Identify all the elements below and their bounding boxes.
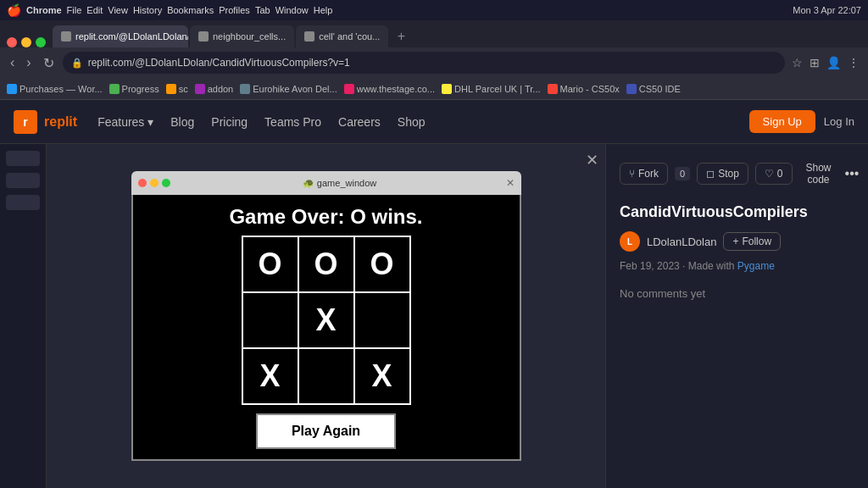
like-button[interactable]: ♡ 0 bbox=[755, 163, 793, 185]
nav-pricing[interactable]: Pricing bbox=[211, 115, 248, 129]
panel-close-button[interactable]: ✕ bbox=[586, 151, 598, 169]
profiles-menu[interactable]: Profiles bbox=[219, 5, 250, 15]
follow-label: Follow bbox=[742, 236, 771, 247]
nav-features[interactable]: Features ▾ bbox=[97, 115, 153, 129]
cell-0-0: O bbox=[243, 237, 298, 291]
bookmark-eurohike[interactable]: Eurohike Avon Del... bbox=[240, 84, 337, 94]
project-date: Feb 19, 2023 bbox=[620, 260, 680, 272]
bookmark-cs50ide[interactable]: CS50 IDE bbox=[626, 84, 681, 94]
win-close-icon[interactable] bbox=[138, 179, 147, 187]
bookmark-addon[interactable]: addon bbox=[195, 84, 234, 94]
page-content: r replit Features ▾ Blog Pricing Teams P… bbox=[0, 100, 868, 488]
bookmarks-bar: Purchases — Wor... Progress sc addon Eur… bbox=[0, 78, 868, 100]
bookmark-dhl[interactable]: DHL Parcel UK | Tr... bbox=[442, 84, 540, 94]
star-bookmark-button[interactable]: ☆ bbox=[790, 54, 804, 71]
nav-teams-pro[interactable]: Teams Pro bbox=[264, 115, 321, 129]
meta-row: Feb 19, 2023 · Made with Pygame bbox=[620, 260, 854, 272]
history-menu[interactable]: History bbox=[133, 5, 162, 15]
sidebar-pill-1 bbox=[6, 151, 40, 166]
bookmark-progress[interactable]: Progress bbox=[109, 84, 159, 94]
tab-3[interactable]: cell' and 'cou... bbox=[296, 25, 388, 47]
menu-button[interactable]: ⋮ bbox=[846, 54, 861, 71]
tab-2-label: neighbour_cells... bbox=[213, 31, 286, 42]
file-menu[interactable]: File bbox=[67, 5, 82, 15]
stop-button[interactable]: ◻ Stop bbox=[697, 163, 748, 185]
new-tab-button[interactable]: + bbox=[390, 25, 412, 47]
sidebar-pill-2 bbox=[6, 173, 40, 188]
cell-2-1 bbox=[299, 349, 353, 403]
replit-nav-links: Features ▾ Blog Pricing Teams Pro Career… bbox=[97, 115, 425, 129]
tab-menu[interactable]: Tab bbox=[255, 5, 270, 15]
project-toolbar: ⑂ Fork 0 ◻ Stop ♡ 0 Show code ••• bbox=[620, 158, 854, 190]
bookmark-mario[interactable]: Mario - CS50x bbox=[548, 84, 620, 94]
forward-button[interactable]: › bbox=[23, 53, 34, 72]
left-sidebar bbox=[0, 144, 47, 488]
win-x-icon[interactable]: ✕ bbox=[506, 177, 515, 189]
replit-logo[interactable]: r replit bbox=[14, 110, 77, 134]
window-close-button[interactable] bbox=[7, 37, 17, 47]
follow-button[interactable]: + Follow bbox=[723, 232, 781, 251]
tab-active[interactable]: replit.com/@LDolanLDolan/Can... ✕ bbox=[53, 25, 188, 47]
window-maximize-button[interactable] bbox=[36, 37, 46, 47]
login-button[interactable]: Log In bbox=[824, 115, 854, 128]
tab-bar: replit.com/@LDolanLDolan/Can... ✕ neighb… bbox=[0, 20, 868, 47]
view-menu[interactable]: View bbox=[108, 5, 128, 15]
tab-2-favicon bbox=[198, 31, 209, 42]
cell-2-2: X bbox=[355, 349, 409, 403]
cell-1-2 bbox=[355, 293, 409, 347]
cell-1-1: X bbox=[299, 293, 353, 347]
fork-icon: ⑂ bbox=[629, 168, 635, 180]
sidebar-pill-3 bbox=[6, 195, 40, 210]
url-text: replit.com/@LDolanLDolan/CandidVirtuousC… bbox=[88, 57, 350, 69]
play-again-button[interactable]: Play Again bbox=[256, 413, 396, 449]
extensions-button[interactable]: ⊞ bbox=[808, 54, 821, 71]
window-traffic-lights bbox=[138, 179, 170, 187]
help-menu[interactable]: Help bbox=[314, 5, 333, 15]
fork-button[interactable]: ⑂ Fork bbox=[620, 163, 668, 185]
profile-button[interactable]: 👤 bbox=[825, 54, 843, 71]
replit-logo-icon: r bbox=[14, 110, 37, 134]
tab-3-label: cell' and 'cou... bbox=[319, 31, 380, 42]
window-minimize-button[interactable] bbox=[21, 37, 31, 47]
nav-shop[interactable]: Shop bbox=[398, 115, 426, 129]
no-comments-text: No comments yet bbox=[620, 287, 705, 300]
main-area: ✕ 🐢 game_window ✕ Game Over: O wins. O O… bbox=[0, 144, 868, 488]
author-avatar: L bbox=[620, 231, 640, 252]
os-time: Mon 3 Apr 22:07 bbox=[793, 5, 861, 15]
bookmark-sc[interactable]: sc bbox=[166, 84, 188, 94]
bookmarks-menu[interactable]: Bookmarks bbox=[167, 5, 214, 15]
reload-button[interactable]: ↻ bbox=[40, 53, 58, 73]
fork-count: 0 bbox=[675, 167, 690, 180]
apple-menu-icon[interactable]: 🍎 bbox=[7, 3, 21, 17]
back-button[interactable]: ‹ bbox=[7, 53, 18, 72]
tab-favicon bbox=[61, 31, 71, 42]
window-title: 🐢 game_window bbox=[179, 178, 501, 189]
bookmark-thestage[interactable]: www.thestage.co... bbox=[344, 84, 435, 94]
comments-section: No comments yet bbox=[620, 286, 854, 301]
author-name[interactable]: LDolanLDolan bbox=[647, 236, 716, 248]
bookmark-purchases[interactable]: Purchases — Wor... bbox=[7, 84, 103, 94]
nav-bar: ‹ › ↻ 🔒 replit.com/@LDolanLDolan/CandidV… bbox=[0, 47, 868, 78]
edit-menu[interactable]: Edit bbox=[86, 5, 103, 15]
more-options-button[interactable]: ••• bbox=[845, 166, 860, 181]
project-title: CandidVirtuousCompilers bbox=[620, 203, 854, 221]
game-window: Game Over: O wins. O O O X X X Play Agai… bbox=[131, 195, 521, 461]
like-count: 0 bbox=[777, 168, 783, 180]
pygame-link[interactable]: Pygame bbox=[737, 260, 775, 272]
fork-label: Fork bbox=[638, 168, 659, 180]
show-code-button[interactable]: Show code bbox=[799, 158, 838, 190]
tab-2[interactable]: neighbour_cells... bbox=[190, 25, 294, 47]
nav-blog[interactable]: Blog bbox=[170, 115, 194, 129]
stop-label: Stop bbox=[718, 168, 739, 180]
info-panel: ⑂ Fork 0 ◻ Stop ♡ 0 Show code ••• Candid… bbox=[605, 144, 868, 488]
window-menu[interactable]: Window bbox=[275, 5, 309, 15]
nav-careers[interactable]: Careers bbox=[338, 115, 381, 129]
tab-label: replit.com/@LDolanLDolan/Can... bbox=[75, 31, 188, 42]
heart-icon: ♡ bbox=[765, 168, 774, 180]
win-maximize-icon[interactable] bbox=[162, 179, 170, 187]
app-name[interactable]: Chrome bbox=[26, 5, 62, 15]
win-minimize-icon[interactable] bbox=[150, 179, 159, 187]
cell-0-1: O bbox=[299, 237, 353, 291]
signup-button[interactable]: Sign Up bbox=[749, 110, 815, 133]
address-bar[interactable]: 🔒 replit.com/@LDolanLDolan/CandidVirtuou… bbox=[63, 52, 785, 74]
